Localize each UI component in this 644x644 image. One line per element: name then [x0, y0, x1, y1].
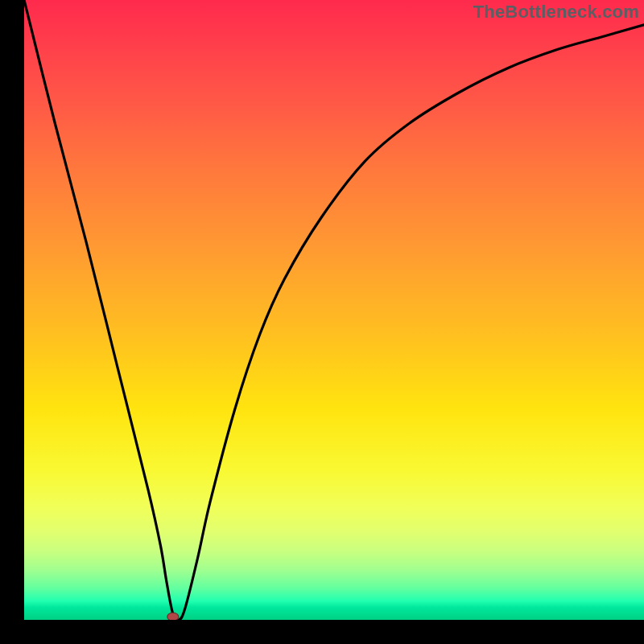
chart-frame: TheBottleneck.com — [0, 0, 644, 644]
background-gradient — [24, 0, 644, 620]
plot-area: TheBottleneck.com — [24, 0, 644, 620]
